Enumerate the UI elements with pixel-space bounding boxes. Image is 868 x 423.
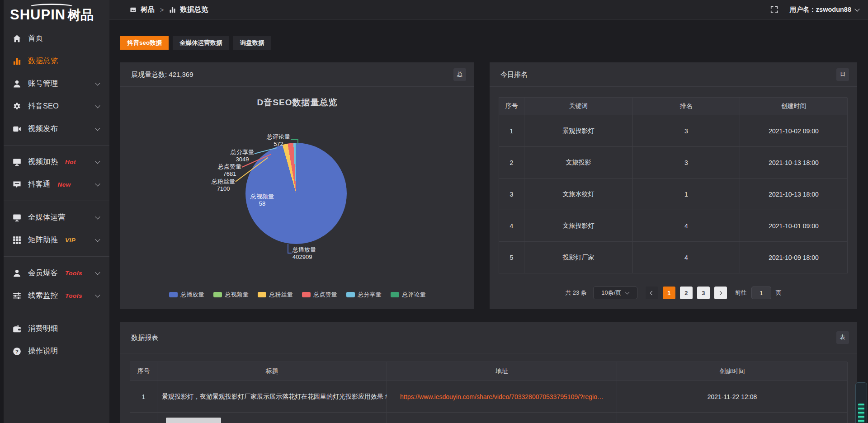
pie-label-name: 总播放量 [292,246,334,254]
legend-item[interactable]: 总评论量 [391,291,426,299]
sidebar-item-badge: VIP [65,237,75,244]
scroll-widget-stripes [858,404,864,423]
sidebar-item-9[interactable]: 会员爆客Tools [0,262,109,284]
prev-page-button[interactable] [646,287,658,299]
sidebar-item-11[interactable]: 消费明细 [0,317,109,340]
goto-suffix-label: 页 [776,289,782,297]
pagination: 共 23 条 10条/页 123 前往 页 [490,287,857,299]
sidebar-divider [0,145,109,146]
day-badge-button[interactable]: 日 [836,68,849,81]
sidebar-item-10[interactable]: 线索监控Tools [0,284,109,307]
page-button-1[interactable]: 1 [663,287,675,299]
sidebar-item-label: 账号管理 [28,79,58,89]
svg-text:?: ? [15,348,19,354]
table-row[interactable]: 5投影灯厂家42021-10-09 18:00 [499,242,847,273]
sidebar: SHUPIN树品 首页数据总览账号管理抖音SEO视频发布视频加热Hot抖客通Ne… [0,0,109,423]
chart-title: D音SEO数据量总览 [120,97,474,108]
sidebar-item-6[interactable]: 抖客通New [0,173,109,196]
chevron-down-icon [95,237,100,242]
report-url-link[interactable]: https://www.iesdouyin.com/share/video/70… [387,381,617,413]
column-header: 序号 [499,98,524,115]
chart-panel: 展现量总数: 421,369 总 D音SEO数据量总览 总播放量402909总视… [120,62,474,309]
tab-2[interactable]: 询盘数据 [233,36,271,50]
sidebar-item-5[interactable]: 视频加热Hot [0,150,109,173]
legend-item[interactable]: 总点赞量 [302,291,337,299]
next-page-button[interactable] [714,287,727,299]
legend-label: 总粉丝量 [269,291,293,299]
window-edge [0,0,4,423]
sidebar-item-4[interactable]: 视频发布 [0,118,109,140]
app-logo[interactable]: SHUPIN树品 [10,5,94,25]
breadcrumb-item-current[interactable]: 数据总览 [180,5,208,14]
total-badge-button[interactable]: 总 [453,68,466,81]
table-row[interactable]: 1景观投影灯，夜游景观投影灯厂家展示展示落花灯在花园里的灯光投影应用效果 #ht… [130,381,847,413]
pie-label-value: 7100 [205,185,241,193]
user-menu[interactable]: 用户名：zswodun88 [790,5,859,14]
pie-label: 总播放量402909 [292,246,334,260]
column-header: 排名 [633,98,740,115]
sidebar-divider [0,201,109,201]
fullscreen-icon[interactable] [770,6,778,14]
sidebar-nav: 首页数据总览账号管理抖音SEO视频发布视频加热Hot抖客通New全媒体运营矩阵助… [0,27,109,362]
gear-icon [13,102,21,111]
sidebar-divider [0,256,109,257]
tab-0[interactable]: 抖音seo数据 [120,36,169,50]
page-buttons: 123 [663,287,710,299]
table-row[interactable]: 4文旅投影灯42021-10-01 09:00 [499,210,847,242]
legend-item[interactable]: 总播放量 [169,291,204,299]
sidebar-item-2[interactable]: 账号管理 [0,72,109,95]
legend-item[interactable]: 总粉丝量 [258,291,293,299]
pie-label-value: 58 [244,200,280,207]
table-badge-button[interactable]: 表 [836,331,849,344]
legend-item[interactable]: 总分享量 [346,291,382,299]
sidebar-item-0[interactable]: 首页 [0,27,109,50]
sidebar-item-badge: Tools [65,270,82,277]
column-header: 创建时间 [740,98,848,115]
sidebar-item-label: 抖客通 [28,179,51,189]
chevron-down-icon [95,214,100,219]
pie-label-name: 总视频量 [244,193,280,200]
report-title-cell: 景观投影灯，夜游景观投影灯厂家展示展示落花灯在花园里的灯光投影应用效果 # [157,381,387,413]
sliders-icon [13,291,21,300]
table-cell [387,413,617,423]
table-row[interactable]: 1景观投影灯32021-10-02 09:00 [499,115,847,147]
sidebar-item-1[interactable]: 数据总览 [0,50,109,72]
scroll-widget[interactable] [855,382,867,423]
table-cell [130,413,157,423]
tab-1[interactable]: 全媒体运营数据 [173,36,229,50]
sidebar-item-label: 抖音SEO [28,101,59,111]
chevron-down-icon [95,181,100,186]
pie-label: 总点赞量7681 [212,163,248,177]
table-cell: 2021-10-13 18:00 [740,147,848,179]
sidebar-item-7[interactable]: 全媒体运营 [0,206,109,229]
table-row[interactable] [130,413,847,423]
pie-label-name: 总评论量 [260,133,297,141]
table-row[interactable]: 3文旅水纹灯12021-10-13 18:00 [499,179,847,210]
breadcrumb-item-root[interactable]: 树品 [141,5,155,14]
breadcrumb-separator: > [160,6,164,14]
chevron-left-icon [650,291,655,295]
page-button-3[interactable]: 3 [697,287,710,299]
table-row[interactable]: 2文旅投影32021-10-13 18:00 [499,147,847,179]
chevron-down-icon [95,80,100,85]
legend-label: 总点赞量 [314,291,337,299]
sidebar-item-12[interactable]: ?操作说明 [0,340,109,362]
pie-label-value: 3049 [224,156,260,163]
sidebar-item-3[interactable]: 抖音SEO [0,95,109,118]
legend-item[interactable]: 总视频量 [213,291,249,299]
legend-swatch [169,292,178,297]
video-icon [13,125,21,133]
column-header: 地址 [387,362,617,381]
sidebar-item-8[interactable]: 矩阵助推VIP [0,229,109,251]
leader-line-comments [297,139,298,145]
chevron-down-icon [625,290,630,294]
legend-label: 总分享量 [358,291,382,299]
page-size-select[interactable]: 10条/页 [593,287,637,299]
legend-swatch [213,292,222,297]
page-button-2[interactable]: 2 [680,287,693,299]
sidebar-item-label: 矩阵助推 [28,235,58,245]
goto-page-input[interactable] [751,287,771,299]
chat-icon [13,180,21,189]
legend-swatch [258,292,266,297]
report-panel-header: 数据报表 表 [120,322,857,353]
